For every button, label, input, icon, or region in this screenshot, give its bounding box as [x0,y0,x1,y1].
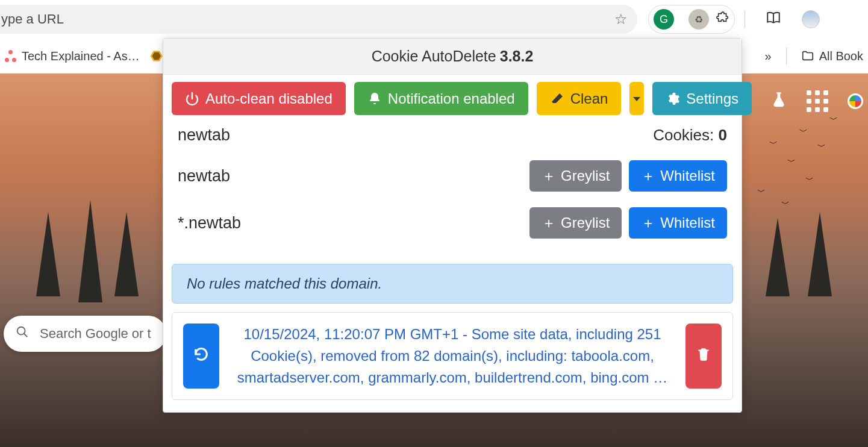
settings-button[interactable]: Settings [652,82,752,115]
app-version: 3.8.2 [500,48,534,65]
labs-icon[interactable] [770,91,787,112]
plus-icon: ＋ [641,213,655,233]
svg-line-1 [24,334,28,337]
app-name: Cookie AutoDelete [372,48,496,65]
popup-title: Cookie AutoDelete 3.8.2 [163,39,742,75]
eraser-icon [550,92,564,106]
divider [745,11,745,28]
undo-icon [193,346,210,367]
cookie-autodelete-icon[interactable]: ♻ [688,9,709,30]
whitelist-label: Whitelist [660,214,715,231]
reading-list-icon[interactable] [766,10,781,29]
autoclean-toggle-button[interactable]: Auto-clean disabled [172,82,346,115]
rule-domain: *.newtab [178,214,241,233]
extensions-icon[interactable] [716,11,729,28]
greylist-button[interactable]: ＋ Greylist [529,207,622,239]
asana-icon [5,50,17,62]
search-placeholder: Search Google or t [40,326,151,342]
clean-button[interactable]: Clean [537,82,622,115]
notification-toggle-button[interactable]: Notification enabled [354,82,528,115]
delete-activity-button[interactable] [685,324,722,389]
gear-icon [666,92,680,106]
cookie-autodelete-popup: Cookie AutoDelete 3.8.2 Auto-clean disab… [163,38,742,413]
rule-row: newtab ＋ Greylist ＋ Whitelist [178,160,727,192]
google-account-avatar[interactable] [848,93,863,109]
bookmark-label: Tech Explained - As… [22,49,140,63]
search-icon [16,325,29,342]
bookmark-overflow-icon[interactable]: » [765,49,772,63]
apps-grid-icon[interactable] [807,90,828,112]
current-domain: newtab [178,126,230,145]
whitelist-label: Whitelist [660,167,715,184]
rule-row: *.newtab ＋ Greylist ＋ Whitelist [178,207,727,239]
bookmark-star-icon[interactable]: ☆ [614,11,628,28]
greylist-label: Greylist [561,214,610,231]
notification-label: Notification enabled [388,90,515,107]
whitelist-button[interactable]: ＋ Whitelist [629,207,727,239]
grammarly-icon[interactable]: G [654,9,674,30]
greylist-label: Greylist [561,167,610,184]
all-bookmarks-label: All Book [819,49,863,63]
action-button-row: Auto-clean disabled Notification enabled… [163,75,742,122]
clean-dropdown-button[interactable] [629,82,644,115]
plus-icon: ＋ [542,213,556,233]
address-bar: ype a URL ☆ G ♻ [0,0,868,39]
extensions-group: G ♻ [648,5,735,34]
activity-text: 10/15/2024, 11:20:07 PM GMT+1 - Some sit… [234,324,671,389]
google-search-box[interactable]: Search Google or t [4,316,166,352]
current-domain-row: newtab Cookies: 0 [178,126,727,145]
activity-log: 10/15/2024, 11:20:07 PM GMT+1 - Some sit… [172,312,733,400]
bell-icon [367,92,382,106]
divider [786,48,787,64]
settings-label: Settings [686,90,738,107]
caret-down-icon [629,92,644,106]
svg-point-0 [17,327,25,335]
toolbar-icons: G ♻ [648,5,820,34]
trash-icon [696,346,711,366]
autoclean-label: Auto-clean disabled [205,90,333,107]
profile-avatar[interactable] [802,10,820,28]
undo-button[interactable] [183,324,219,389]
cookie-count: Cookies: 0 [653,126,727,145]
clean-label: Clean [570,90,608,107]
all-bookmarks-button[interactable]: All Book [801,49,863,63]
whitelist-button[interactable]: ＋ Whitelist [629,160,727,192]
greylist-button[interactable]: ＋ Greylist [529,160,622,192]
plus-icon: ＋ [542,166,556,186]
power-icon [185,92,199,106]
url-input[interactable]: ype a URL ☆ [0,5,637,34]
bookmark-item[interactable]: Tech Explained - As… [5,49,140,63]
plus-icon: ＋ [641,166,655,186]
rule-domain: newtab [178,167,230,186]
info-message: No rules matched this domain. [172,264,733,304]
url-placeholder: ype a URL [1,11,64,27]
hex-icon [151,50,163,62]
